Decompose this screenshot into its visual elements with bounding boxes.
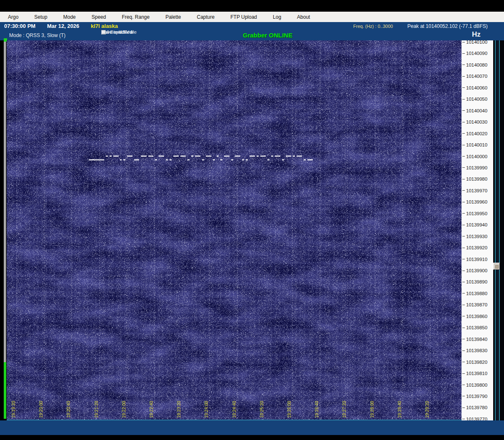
freq-scale-row: 10139780 [462,405,487,410]
time-label: 19:22:00 [121,401,126,418]
grabber-status: Grabber ONLINE [243,32,292,39]
scrollbar-track[interactable] [495,40,500,420]
scrollbar-thumb[interactable] [493,263,500,270]
control-bar: Visual Gain AgcLoHi 40/100 40/100 Sensit… [0,420,504,435]
freq-tick [462,293,465,293]
freq-scale-row: 10140040 [462,108,487,113]
freq-label: 10140010 [466,142,487,147]
freq-scale-row: 10140060 [462,85,487,90]
freq-scale-row: 10140000 [462,154,487,159]
clock-date: Mar 12, 2026 [47,23,79,29]
freq-scale-row: 10140080 [462,62,487,67]
freq-label: 10139950 [466,211,487,216]
freq-label: 10140030 [466,119,487,124]
freq-scale-row: 10139810 [462,371,487,376]
freq-tick [462,259,465,259]
freq-scale-row: 10140070 [462,74,487,79]
freq-label: 10140080 [466,62,487,67]
freq-tick [462,122,465,122]
freq-tick [462,145,465,145]
freq-scale-row: 10139800 [462,383,487,388]
freq-scale-row: 10139920 [462,245,487,250]
freq-scale-row: 10140030 [462,119,487,124]
freq-tick [462,87,465,88]
freq-label: 10139970 [466,188,487,193]
freq-scale-row: 10139820 [462,360,487,365]
freq-scale-row: 10139910 [462,257,487,262]
mode-bar: Mode : QRSS 3, Slow (T) Full Band ViewSa… [0,30,504,40]
freq-tick [462,99,465,99]
freq-tick [462,282,465,282]
frequency-scale: 1014010010140090101400801014007010140060… [462,40,493,420]
freq-tick [462,179,465,179]
freq-scale-row: 10139990 [462,165,487,170]
freq-scale-row: 10139930 [462,234,487,239]
freq-scale-row: 10139840 [462,337,487,342]
menu-item[interactable]: FTP Upload [222,14,265,20]
freq-label: 10140040 [466,108,487,113]
peak-readout: Peak at 10140052.102 (-77.1 dBFS) [407,23,488,29]
freq-tick [462,271,465,271]
freq-scale-row: 10139880 [462,291,487,296]
freq-scale-row: 10139950 [462,211,487,216]
menu-item[interactable]: Speed [84,14,114,20]
freq-label: 10139880 [466,291,487,296]
freq-label: 10139800 [466,383,487,388]
clock-time: 07:30:00 PM [4,23,35,29]
freq-tick [462,65,465,65]
menu-item[interactable]: Freq. Range [114,14,157,20]
freq-tick [462,236,465,236]
menu-item[interactable]: Palette [157,14,189,20]
freq-tick [462,385,465,385]
freq-label: 10139870 [466,302,487,307]
freq-tick [462,110,465,111]
freq-scale-row: 10140020 [462,131,487,136]
freq-tick [462,396,465,396]
time-label: 19:24:00 [204,401,209,418]
time-label: 19:19:20 [11,401,16,418]
menu-item[interactable]: About [289,14,318,20]
freq-tick [462,202,465,202]
freq-scale-row: 10139940 [462,222,487,227]
waterfall-spectrogram[interactable]: 19:19:2019:20:0019:20:4019:21:2019:22:00… [7,40,462,420]
freq-tick [462,248,465,248]
freq-tick [462,133,465,134]
frequency-scrollbar[interactable] [493,40,504,420]
freq-scale-row: 10139860 [462,314,487,319]
freq-label: 10140020 [466,131,487,136]
menu-item[interactable]: Argo [0,14,26,20]
menu-item[interactable]: Log [265,14,289,20]
freq-tick [462,419,465,419]
freq-label: 10139910 [466,257,487,262]
freq-scale-row: 10139890 [462,279,487,284]
freq-scale-row: 10139900 [462,268,487,273]
freq-scale-row: 10139790 [462,394,487,399]
freq-tick [462,53,465,54]
freq-scale-row: 10139960 [462,199,487,204]
freq-scale-row: 10139830 [462,348,487,353]
argo-window: ArgoSetupModeSpeedFreq. RangePaletteCapt… [0,0,504,440]
freq-label: 10139850 [466,325,487,330]
freq-tick [462,190,465,191]
menu-item[interactable]: Capture [189,14,223,20]
menu-item[interactable]: Setup [26,14,55,20]
freq-tick [462,225,465,225]
hz-unit-label: Hz [472,30,481,39]
freq-label: 10139840 [466,337,487,342]
time-label: 19:29:20 [424,401,429,418]
freq-label: 10139930 [466,234,487,239]
capture-progress-track [4,42,6,419]
freq-range-label: Freq. (Hz) : 0..3000 [353,24,393,29]
freq-scale-row: 10139970 [462,188,487,193]
freq-label: 10139960 [466,199,487,204]
freq-label: 10139820 [466,360,487,365]
freq-tick [462,351,465,351]
freq-label: 10140070 [466,74,487,79]
time-label: 19:21:20 [94,401,99,418]
menu-item[interactable]: Mode [55,14,84,20]
time-label: 19:23:20 [176,401,181,418]
freq-scale-row: 10140090 [462,51,487,56]
freq-label: 10139810 [466,371,487,376]
freq-scale-row: 10139870 [462,302,487,307]
freq-tick [462,316,465,316]
